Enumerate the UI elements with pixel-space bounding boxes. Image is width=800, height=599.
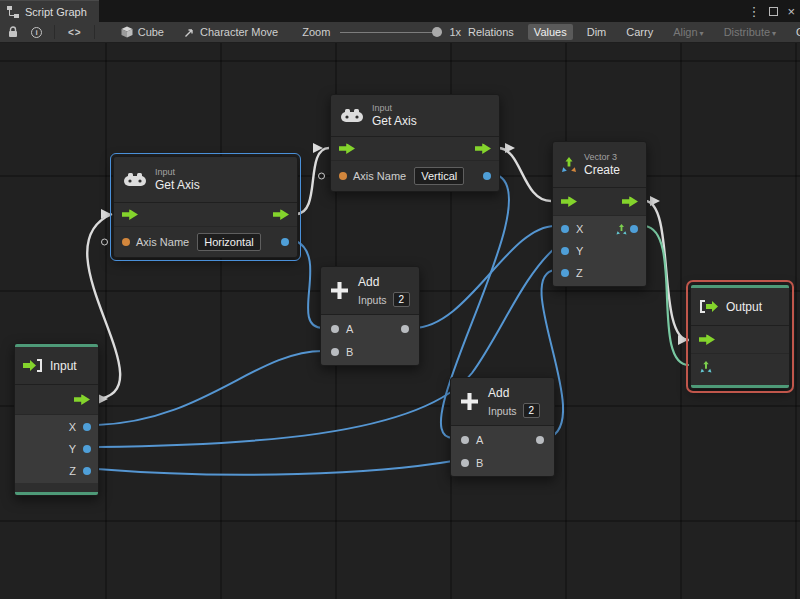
- zoom-slider[interactable]: [340, 32, 442, 33]
- port-label-z: Z: [69, 465, 76, 477]
- close-icon[interactable]: ×: [787, 5, 795, 18]
- io-node-strip: [691, 385, 789, 388]
- port-row-a: A: [451, 428, 554, 451]
- gamepad-icon: [124, 173, 146, 186]
- node-title: Create: [584, 163, 620, 177]
- plus-icon: [461, 393, 478, 410]
- node-graph-output[interactable]: Output: [690, 284, 790, 389]
- x-in-port[interactable]: [561, 225, 569, 233]
- node-get-axis-horizontal[interactable]: Input Get Axis Axis Name Horizontal: [113, 156, 298, 258]
- flow-in-port[interactable]: [699, 334, 715, 345]
- port-label-b: B: [476, 457, 483, 469]
- tab-script-graph[interactable]: Script Graph: [0, 0, 99, 22]
- value-in-port-a[interactable]: [461, 436, 469, 444]
- y-in-port[interactable]: [561, 247, 569, 255]
- flow-out-port[interactable]: [622, 196, 638, 207]
- align-dropdown[interactable]: Align▾: [667, 24, 709, 40]
- relations-toggle[interactable]: Relations: [462, 24, 520, 40]
- wire-flow-getaxis-horizontal-to-vertical[interactable]: [296, 148, 329, 214]
- port-label-y: Y: [576, 245, 583, 257]
- inputs-count-field[interactable]: 2: [393, 292, 411, 307]
- wire-vector3-create-to-output[interactable]: [645, 226, 689, 365]
- node-vector3-create[interactable]: Vector 3 Create X Y: [552, 141, 647, 287]
- wire-arrow: [678, 335, 688, 345]
- flow-out-port[interactable]: [74, 394, 90, 405]
- port-label-x: X: [69, 421, 76, 433]
- wire-getaxis-horizontal-to-add1-a[interactable]: [296, 241, 323, 328]
- lock-icon[interactable]: [8, 26, 18, 38]
- axis-name-label: Axis Name: [353, 170, 406, 182]
- inputs-count-field[interactable]: 2: [523, 403, 541, 418]
- distribute-dropdown[interactable]: Distribute▾: [718, 24, 782, 40]
- unconnected-port-icon[interactable]: [318, 173, 325, 180]
- code-view-icon[interactable]: <>: [68, 27, 82, 38]
- sum-out-port[interactable]: [401, 325, 409, 333]
- port-label-b: B: [346, 346, 353, 358]
- flow-in-port[interactable]: [122, 209, 138, 220]
- node-title: Get Axis: [372, 114, 417, 128]
- wire-input-z-to-add2-b[interactable]: [97, 461, 453, 475]
- string-in-port[interactable]: [339, 172, 347, 180]
- wire-arrow: [505, 143, 515, 153]
- flow-out-port[interactable]: [475, 143, 491, 154]
- unconnected-port-icon[interactable]: [101, 239, 108, 246]
- breadcrumb-cube[interactable]: Cube: [121, 26, 164, 38]
- flow-port-row: [15, 385, 98, 415]
- node-header: Add Inputs 2: [321, 267, 419, 315]
- node-get-axis-vertical[interactable]: Input Get Axis Axis Name Vertical: [330, 94, 500, 192]
- flow-out-port[interactable]: [273, 209, 289, 220]
- values-toggle[interactable]: Values: [528, 24, 573, 40]
- node-add-1[interactable]: Add Inputs 2 A B: [320, 266, 420, 366]
- tab-bar: Script Graph ⋮ ×: [0, 0, 800, 22]
- inputs-label: Inputs: [488, 405, 517, 417]
- node-add-2[interactable]: Add Inputs 2 A B: [450, 377, 555, 477]
- node-footer: [15, 483, 98, 492]
- gamepad-icon: [341, 109, 363, 122]
- sum-out-port[interactable]: [536, 436, 544, 444]
- wire-flow-getaxis-vertical-to-create[interactable]: [498, 148, 551, 201]
- chevron-down-icon: ▾: [772, 29, 776, 38]
- node-header: Input Get Axis: [114, 157, 297, 203]
- node-graph-input[interactable]: Input X Y Z: [14, 343, 99, 496]
- info-icon[interactable]: i: [31, 27, 42, 38]
- float-out-port[interactable]: [483, 172, 491, 180]
- x-out-port[interactable]: [83, 423, 91, 431]
- z-out-port[interactable]: [83, 467, 91, 475]
- zoom-label: Zoom: [302, 26, 330, 38]
- port-row-a: A: [321, 317, 419, 340]
- graph-canvas[interactable]: Input Get Axis Axis Name Vertical Input …: [0, 43, 800, 599]
- breadcrumb-cube-label: Cube: [138, 26, 164, 38]
- maximize-icon[interactable]: [769, 7, 778, 16]
- flow-in-port[interactable]: [339, 143, 355, 154]
- axis-gizmo-icon: [616, 224, 627, 235]
- port-row-y: Y: [553, 240, 646, 262]
- flow-in-port[interactable]: [561, 196, 577, 207]
- value-in-port-a[interactable]: [331, 325, 339, 333]
- dim-toggle[interactable]: Dim: [581, 24, 613, 40]
- z-in-port[interactable]: [561, 269, 569, 277]
- float-out-port[interactable]: [281, 238, 289, 246]
- wire-add1-to-create-x[interactable]: [413, 226, 555, 328]
- string-in-port[interactable]: [122, 238, 130, 246]
- wire-flow-create-to-output[interactable]: [645, 201, 689, 340]
- vector3-out-port[interactable]: [630, 225, 638, 233]
- toolbar-left-group: i <> Cube Character Move Zoom 1x: [0, 22, 461, 42]
- kebab-menu-icon[interactable]: ⋮: [747, 5, 760, 18]
- port-label-x: X: [576, 223, 583, 235]
- carry-toggle[interactable]: Carry: [620, 24, 659, 40]
- wire-input-x-to-add1-b[interactable]: [97, 351, 323, 425]
- node-header: Input: [15, 347, 98, 385]
- script-machine-icon: [184, 27, 195, 38]
- y-out-port[interactable]: [83, 445, 91, 453]
- value-in-port-b[interactable]: [331, 348, 339, 356]
- axis-gizmo-icon[interactable]: [700, 361, 712, 373]
- vector3-in-row: [691, 354, 789, 380]
- value-in-port-b[interactable]: [461, 459, 469, 467]
- flow-port-row: [553, 188, 646, 216]
- axis-name-field[interactable]: Vertical: [414, 167, 464, 185]
- axis-name-field[interactable]: Horizontal: [197, 233, 261, 251]
- overview-button[interactable]: Overv: [790, 24, 800, 40]
- zoom-value: 1x: [449, 26, 461, 38]
- breadcrumb-character-move[interactable]: Character Move: [184, 26, 278, 38]
- zoom-slider-handle[interactable]: [432, 27, 442, 37]
